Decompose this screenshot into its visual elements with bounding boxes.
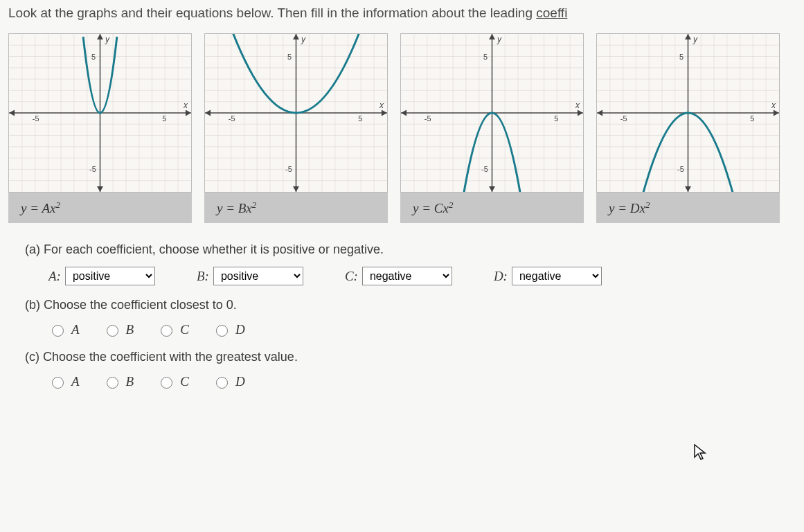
svg-marker-134 xyxy=(685,34,691,39)
svg-text:x: x xyxy=(183,100,188,110)
equation-b: y = Bx2 xyxy=(204,193,388,223)
radio-c-a-input[interactable] xyxy=(52,377,64,389)
equation-a-text: y = Ax xyxy=(21,201,55,215)
svg-marker-27 xyxy=(97,186,103,192)
graph-card-a: y x 5 -5 -5 5 y = Ax2 xyxy=(8,33,192,223)
coef-d-select[interactable]: positivenegative xyxy=(512,267,602,285)
radio-c-d[interactable]: D xyxy=(213,374,245,389)
svg-text:-5: -5 xyxy=(481,165,488,173)
svg-text:y: y xyxy=(301,35,306,44)
coef-b-select[interactable]: positivenegative xyxy=(213,267,303,285)
svg-text:x: x xyxy=(575,100,580,110)
svg-marker-135 xyxy=(685,186,691,192)
graph-card-d: y x 5 -5 -5 5 y = Dx2 xyxy=(596,33,780,223)
radio-b-c[interactable]: C xyxy=(157,322,189,337)
radio-c-c[interactable]: C xyxy=(157,374,189,389)
radio-c-a-label: A xyxy=(71,374,80,389)
svg-marker-65 xyxy=(382,110,387,116)
graph-area-a: y x 5 -5 -5 5 xyxy=(8,33,192,193)
equation-b-sup: 2 xyxy=(252,200,257,210)
svg-text:-5: -5 xyxy=(677,165,684,173)
svg-marker-63 xyxy=(293,186,299,192)
coef-c-label: C: xyxy=(345,269,358,284)
svg-marker-99 xyxy=(489,186,495,192)
svg-marker-136 xyxy=(597,110,602,116)
svg-text:-5: -5 xyxy=(89,165,96,173)
svg-marker-28 xyxy=(9,110,15,116)
svg-text:y: y xyxy=(693,35,698,44)
radio-b-c-input[interactable] xyxy=(161,325,172,337)
svg-marker-137 xyxy=(774,110,779,116)
radio-b-b[interactable]: B xyxy=(103,322,134,337)
svg-marker-100 xyxy=(401,110,407,116)
coef-b: B: positivenegative xyxy=(197,267,303,285)
part-a-row: A: positivenegative B: positivenegative … xyxy=(48,267,796,285)
svg-text:y: y xyxy=(497,35,502,44)
svg-text:5: 5 xyxy=(554,114,558,123)
radio-b-c-label: C xyxy=(180,322,189,337)
radio-c-b[interactable]: B xyxy=(103,374,134,389)
graph-area-d: y x 5 -5 -5 5 xyxy=(596,33,780,193)
coef-b-label: B: xyxy=(197,269,209,284)
graph-area-b: y x 5 -5 -5 5 xyxy=(204,33,388,193)
svg-marker-64 xyxy=(205,110,211,116)
graph-card-c: y x 5 -5 -5 5 y = Cx2 xyxy=(400,33,584,223)
radio-c-c-input[interactable] xyxy=(161,377,172,389)
part-b-prompt: (b) Choose the coefficient closest to 0. xyxy=(25,298,796,312)
svg-marker-26 xyxy=(97,34,103,39)
radio-c-d-input[interactable] xyxy=(216,377,228,389)
radio-c-b-input[interactable] xyxy=(107,377,118,389)
svg-text:5: 5 xyxy=(483,53,488,61)
radio-b-b-input[interactable] xyxy=(107,325,118,337)
equation-c-text: y = Cx xyxy=(413,201,449,215)
svg-marker-98 xyxy=(489,34,495,39)
radio-b-a-label: A xyxy=(71,322,80,337)
svg-marker-101 xyxy=(578,110,583,116)
svg-marker-29 xyxy=(186,110,191,116)
radio-c-c-label: C xyxy=(180,374,189,389)
svg-text:-5: -5 xyxy=(620,114,627,123)
svg-text:5: 5 xyxy=(750,114,754,123)
radio-b-d-input[interactable] xyxy=(216,325,228,337)
coef-a-label: A: xyxy=(48,269,61,284)
equation-d: y = Dx2 xyxy=(596,193,780,223)
svg-text:5: 5 xyxy=(287,53,292,61)
coef-c: C: positivenegative xyxy=(345,267,452,285)
radio-b-d[interactable]: D xyxy=(213,322,245,337)
radio-c-a[interactable]: A xyxy=(48,374,80,389)
radio-c-b-label: B xyxy=(126,374,134,389)
svg-text:5: 5 xyxy=(91,53,96,61)
graph-svg-c: y x 5 -5 -5 5 xyxy=(401,34,583,192)
equation-a-sup: 2 xyxy=(55,200,60,210)
graphs-row: y x 5 -5 -5 5 y = Ax2 xyxy=(8,33,796,223)
part-b-row: A B C D xyxy=(48,322,796,337)
equation-c: y = Cx2 xyxy=(400,193,584,223)
svg-text:y: y xyxy=(105,35,110,44)
instruction-text: Look at the graphs and their equations b… xyxy=(8,6,796,21)
graph-svg-b: y x 5 -5 -5 5 xyxy=(205,34,387,192)
equation-d-sup: 2 xyxy=(645,200,650,210)
svg-text:-5: -5 xyxy=(285,165,292,173)
equation-a: y = Ax2 xyxy=(8,193,192,223)
part-c-prompt: (c) Choose the coefficient with the grea… xyxy=(25,350,796,364)
svg-text:-5: -5 xyxy=(229,114,235,123)
svg-text:-5: -5 xyxy=(33,114,39,123)
coef-c-select[interactable]: positivenegative xyxy=(362,267,452,285)
coef-d: D: positivenegative xyxy=(494,267,602,285)
coef-a: A: positivenegative xyxy=(48,267,155,285)
coef-d-label: D: xyxy=(494,269,508,284)
svg-text:5: 5 xyxy=(162,114,166,123)
radio-b-a-input[interactable] xyxy=(52,325,64,337)
graph-svg-d: y x 5 -5 -5 5 xyxy=(597,34,779,192)
svg-text:x: x xyxy=(379,100,384,110)
part-a-prompt: (a) For each coefficient, choose whether… xyxy=(25,242,796,257)
svg-text:-5: -5 xyxy=(425,114,431,123)
equation-b-text: y = Bx xyxy=(217,201,252,215)
radio-b-a[interactable]: A xyxy=(48,322,80,337)
graph-svg-a: y x 5 -5 -5 5 xyxy=(9,34,191,192)
radio-b-d-label: D xyxy=(235,322,245,337)
radio-b-b-label: B xyxy=(126,322,134,337)
radio-c-d-label: D xyxy=(235,374,245,389)
equation-c-sup: 2 xyxy=(449,200,454,210)
coef-a-select[interactable]: positivenegative xyxy=(65,267,155,285)
